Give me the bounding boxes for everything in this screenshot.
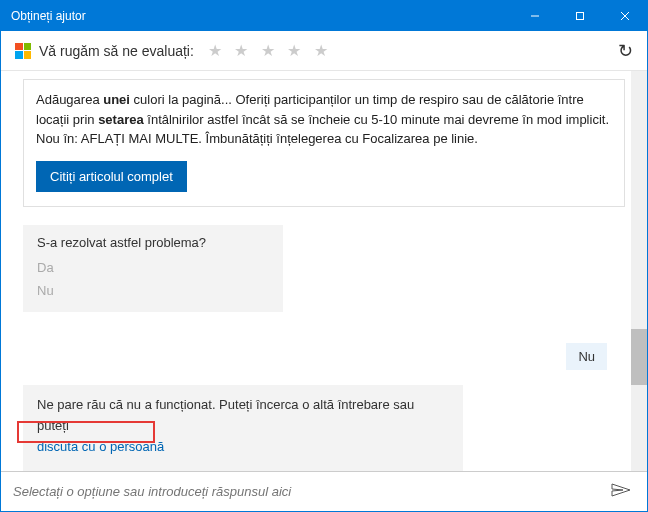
microsoft-logo-icon	[15, 43, 31, 59]
bot-feedback-bubble: S-a rezolvat astfel problema? Da Nu	[23, 225, 283, 312]
svg-rect-1	[576, 13, 583, 20]
feedback-option-no[interactable]: Nu	[37, 283, 269, 298]
article-card: Adăugarea unei culori la pagină... Oferi…	[23, 79, 625, 207]
feedback-option-yes[interactable]: Da	[37, 260, 269, 275]
window-title: Obțineți ajutor	[11, 9, 86, 23]
followup-text: Ne pare rău că nu a funcționat. Puteți î…	[37, 397, 414, 433]
feedback-question: S-a rezolvat astfel problema?	[37, 235, 269, 250]
maximize-button[interactable]	[557, 1, 602, 31]
scrollbar-thumb[interactable]	[631, 329, 647, 385]
refresh-icon[interactable]: ↻	[618, 40, 633, 62]
user-reply-bubble: Nu	[566, 343, 607, 370]
message-input[interactable]	[13, 484, 607, 499]
article-bold-1: unei	[103, 92, 130, 107]
talk-to-person-link[interactable]: discuta cu o persoană	[37, 439, 164, 454]
window-controls	[512, 1, 647, 31]
read-full-article-button[interactable]: Citiți articolul complet	[36, 161, 187, 192]
input-bar	[1, 471, 647, 511]
titlebar: Obțineți ajutor	[1, 1, 647, 31]
chat-content: Adăugarea unei culori la pagină... Oferi…	[1, 71, 647, 471]
minimize-button[interactable]	[512, 1, 557, 31]
rating-bar: Vă rugăm să ne evaluați: ★ ★ ★ ★ ★ ↻	[1, 31, 647, 71]
rating-stars[interactable]: ★ ★ ★ ★ ★	[208, 41, 332, 60]
close-button[interactable]	[602, 1, 647, 31]
article-text-1: Adăugarea	[36, 92, 103, 107]
send-icon[interactable]	[607, 481, 635, 502]
scrollbar-track[interactable]	[631, 71, 647, 471]
article-bold-2: setarea	[98, 112, 144, 127]
bot-followup-bubble: Ne pare rău că nu a funcționat. Puteți î…	[23, 385, 463, 471]
rating-prompt: Vă rugăm să ne evaluați:	[39, 43, 194, 59]
